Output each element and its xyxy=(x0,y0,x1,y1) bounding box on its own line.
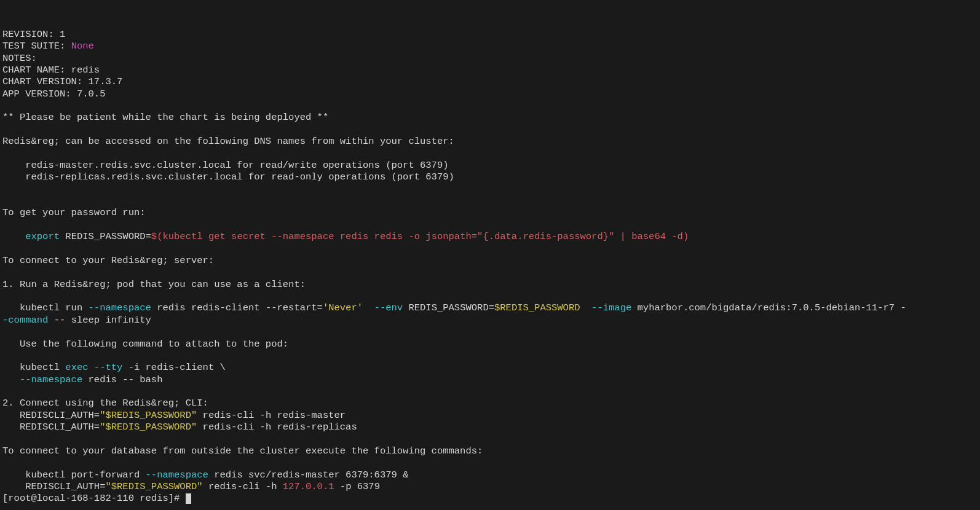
chart-version-value: 17.3.7 xyxy=(89,76,123,87)
chart-version-label: CHART VERSION: xyxy=(2,76,89,87)
pf-ns-flag: --namespace xyxy=(146,469,208,481)
test-suite-value: None xyxy=(71,41,94,52)
attach-tty: --tty xyxy=(89,362,123,373)
step1-env-flag: --env xyxy=(363,302,403,313)
revision-label: REVISION: xyxy=(2,29,60,40)
attach-intro: Use the following command to attach to t… xyxy=(2,339,288,350)
dns-master: redis-master.redis.svc.cluster.local for… xyxy=(2,160,449,171)
out-line2-ip: 127.0.0.1 xyxy=(283,481,334,492)
chart-name-label: CHART NAME: xyxy=(2,65,71,76)
pf-prefix: kubectl port-forward xyxy=(2,469,146,481)
step1-env-var: REDIS_PASSWORD= xyxy=(403,302,494,313)
export-subshell-open: $( xyxy=(151,231,163,242)
step1-env-val: $REDIS_PASSWORD xyxy=(494,302,580,313)
step2-line1-rest: redis-cli -h redis-master xyxy=(197,410,346,421)
step1-image-flag: --image xyxy=(580,302,632,313)
attach-rest2: redis -- bash xyxy=(82,374,162,385)
step2-line2-var: "$REDIS_PASSWORD" xyxy=(100,422,197,433)
step1-line2-cmd: -command xyxy=(2,315,48,326)
step1-never: 'Never' xyxy=(323,302,363,313)
cursor-icon[interactable] xyxy=(186,493,191,504)
out-line2-mid: redis-cli -h xyxy=(203,481,283,492)
notes-label: NOTES: xyxy=(2,53,37,64)
export-var: REDIS_PASSWORD= xyxy=(60,231,151,242)
connect-intro: To connect to your Redis&reg; server: xyxy=(2,255,214,266)
step1-image-val: myharbor.com/bigdata/redis:7.0.5-debian-… xyxy=(631,302,906,313)
step1-intro: 1. Run a Redis&reg; pod that you can use… xyxy=(2,279,306,290)
step1-cmd-prefix: kubectl run xyxy=(2,302,89,313)
step2-line1-prefix: REDISCLI_AUTH= xyxy=(2,410,100,421)
app-version-label: APP VERSION: xyxy=(2,88,77,100)
out-line2-port: -p 6379 xyxy=(334,481,380,492)
attach-cmd2-prefix xyxy=(2,374,20,385)
app-version-value: 7.0.5 xyxy=(77,88,106,100)
out-line2-prefix: REDISCLI_AUTH= xyxy=(2,481,105,492)
outside-intro: To connect to your database from outside… xyxy=(2,445,483,457)
revision-value: 1 xyxy=(60,29,65,40)
step2-line1-var: "$REDIS_PASSWORD" xyxy=(100,410,197,421)
export-prefix xyxy=(2,231,25,242)
chart-name-value: redis xyxy=(71,65,100,76)
attach-rest1: -i redis-client \ xyxy=(122,362,225,373)
attach-exec: exec xyxy=(65,362,88,373)
dns-replicas: redis-replicas.redis.svc.cluster.local f… xyxy=(2,171,454,182)
terminal-output[interactable]: REVISION: 1 TEST SUITE: None NOTES: CHAR… xyxy=(2,29,978,505)
out-line2-var: "$REDIS_PASSWORD" xyxy=(105,481,202,492)
pf-rest: redis svc/redis-master 6379:6379 & xyxy=(208,469,409,481)
step1-namespace-flag: --namespace xyxy=(89,302,151,313)
step2-line2-prefix: REDISCLI_AUTH= xyxy=(2,422,100,433)
attach-ns-flag: --namespace xyxy=(20,374,82,385)
step2-line2-rest: redis-cli -h redis-replicas xyxy=(197,422,357,433)
step2-intro: 2. Connect using the Redis&reg; CLI: xyxy=(2,398,208,409)
get-password-intro: To get your password run: xyxy=(2,207,146,218)
shell-prompt: [root@local-168-182-110 redis]# xyxy=(2,493,186,504)
step1-line2-after: -- sleep infinity xyxy=(48,315,151,326)
step1-after-ns: redis redis-client --restart= xyxy=(151,302,323,313)
test-suite-label: TEST SUITE: xyxy=(2,41,71,52)
attach-cmd1-prefix: kubectl xyxy=(2,362,65,373)
export-subshell-body: kubectl get secret --namespace redis red… xyxy=(162,231,689,242)
export-keyword: export xyxy=(25,231,60,242)
access-intro: Redis&reg; can be accessed on the follow… xyxy=(2,136,454,147)
deploy-message: ** Please be patient while the chart is … xyxy=(2,112,328,123)
